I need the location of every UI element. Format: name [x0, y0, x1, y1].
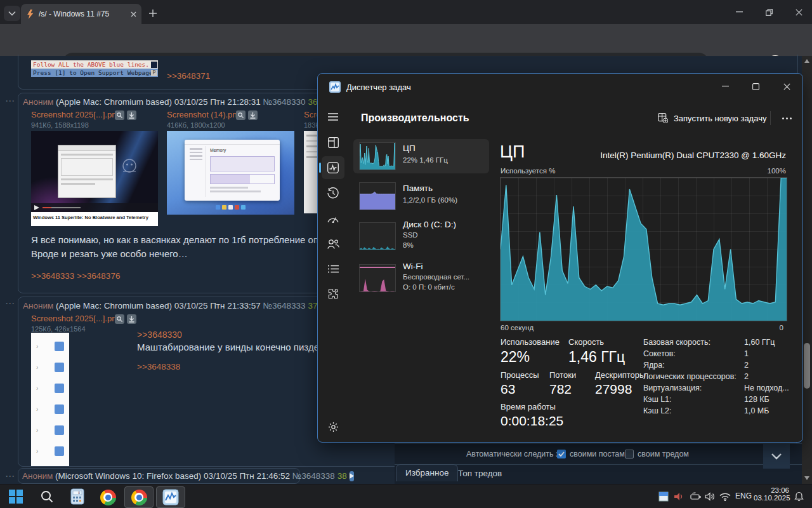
tray-volume-icon[interactable] [703, 490, 717, 503]
stat-label: Скорость [568, 337, 604, 347]
reply-link[interactable]: >>3648338 [137, 362, 180, 371]
post-author: Аноним [22, 471, 53, 481]
post-replies[interactable]: >>3648333 >>3648376 [31, 271, 120, 281]
scroll-up-arrow[interactable] [804, 59, 809, 63]
expand-post-button[interactable] [350, 471, 354, 481]
download-icon [250, 112, 256, 119]
file-download-button[interactable] [248, 110, 258, 120]
stat-value-uptime: 0:00:18:25 [501, 413, 563, 429]
scroll-to-bottom-button[interactable] [763, 444, 790, 469]
post-datetime: 03/10/25 Птн 21:28:31 [174, 97, 261, 107]
tab-search-button[interactable] [4, 6, 20, 21]
checkbox-own-posts-label[interactable]: своими постами [570, 450, 629, 458]
file-download-button[interactable] [127, 110, 136, 120]
tm-nav-app-history[interactable] [324, 184, 342, 202]
tm-nav-menu-button[interactable] [324, 108, 342, 126]
post-menu-dots[interactable]: ⋯ [5, 298, 15, 309]
post-header: Аноним (Apple Mac: Chromium based) 03/10… [23, 97, 317, 107]
perf-item-memory[interactable]: Память 1,2/2,0 ГБ (60%) [353, 178, 489, 214]
tray-language[interactable]: ENG [735, 491, 752, 500]
tray-app-icon[interactable] [657, 490, 670, 503]
post-body-line: Маштабирование у винды конечно пизде [137, 342, 319, 352]
file-link[interactable]: Screenshot 2025[...].png [31, 110, 121, 119]
post-number[interactable]: №3648338 [292, 471, 335, 481]
tray-battery-icon[interactable] [688, 490, 702, 503]
tm-nav-processes[interactable] [324, 133, 342, 151]
post-body-line: Я всё понимаю, но как в васянках делают … [31, 234, 318, 245]
attachment-thumbnail[interactable]: › › › › › › [31, 333, 69, 466]
run-new-task-button[interactable]: Запустить новую задачу [658, 110, 766, 126]
file-link[interactable]: Screenshot (14).png [167, 110, 242, 119]
post-ordinal[interactable]: 38 [337, 471, 347, 481]
cpu-mini-chart [359, 142, 396, 170]
post-ordinal[interactable]: 36 [308, 97, 317, 107]
tray-clock[interactable]: 23:06 03.10.2025 [754, 486, 789, 507]
taskbar-chrome-button[interactable] [99, 488, 117, 506]
post-menu-dots[interactable]: ⋯ [5, 471, 15, 482]
tm-nav-services[interactable] [324, 285, 342, 303]
window-maximize-button[interactable] [756, 0, 782, 24]
post-menu-dots[interactable]: ⋯ [5, 95, 15, 107]
memory-mini-chart [359, 182, 396, 210]
scrollbar-thumb[interactable] [804, 343, 810, 389]
file-download-button[interactable] [127, 314, 136, 324]
tray-wifi-icon[interactable] [718, 490, 732, 503]
file-search-button[interactable] [115, 314, 124, 324]
tm-close-button[interactable] [772, 74, 801, 99]
checkbox-own-posts[interactable] [557, 450, 566, 458]
post-number[interactable]: №3648333 [263, 301, 306, 311]
post-ordinal[interactable]: 37 [308, 301, 317, 311]
post-number[interactable]: №3648330 [263, 97, 306, 107]
stat-label: Кэш L1: [643, 395, 672, 404]
scroll-down-arrow[interactable] [804, 476, 809, 480]
scrollbar[interactable] [802, 56, 812, 484]
window-close-button[interactable] [785, 0, 812, 24]
tm-maximize-button[interactable] [742, 74, 769, 99]
chevron-down-icon [8, 11, 16, 16]
file-link[interactable]: Screenshot 2025[...].png [31, 314, 121, 323]
notification-bell-button[interactable] [792, 490, 806, 504]
tm-minimize-button[interactable] [711, 74, 739, 99]
perf-item-disk[interactable]: Диск 0 (C: D:) SSD 8% [353, 218, 489, 255]
checkbox-own-thread-label[interactable]: своим тредом [638, 450, 689, 458]
attachment-thumbnail[interactable]: Windows 11 Superlite: No Bloatware and T… [31, 131, 158, 226]
check-icon [558, 451, 565, 457]
tm-more-options-button[interactable] [776, 111, 797, 125]
tab-close-icon[interactable] [131, 11, 136, 17]
bell-icon [794, 491, 804, 502]
file-search-button[interactable] [236, 110, 246, 120]
reply-link[interactable]: >>3648371 [167, 71, 210, 81]
start-button[interactable] [8, 489, 24, 504]
browser-tab-active[interactable]: /s/ - Windows 11 #75 [21, 4, 141, 24]
file-search-button[interactable] [115, 110, 124, 120]
tray-volume-mixer-icon[interactable] [672, 490, 685, 503]
taskbar-chrome-active-button[interactable] [124, 486, 154, 508]
stat-label: Ядра: [643, 361, 665, 370]
taskbar-search-button[interactable] [38, 488, 56, 505]
checkbox-own-thread[interactable] [625, 450, 634, 458]
mini-mem-bar [210, 174, 275, 184]
perf-item-cpu-selected[interactable]: ЦП 22% 1,46 ГГц [353, 139, 489, 173]
new-tab-button[interactable] [145, 6, 160, 21]
tab-favorites[interactable]: Избранное [396, 464, 458, 481]
perf-item-wifi[interactable]: Wi-Fi Беспроводная сет... О: 0 П: 0 кбит… [353, 260, 489, 297]
tm-nav-startup-apps[interactable] [324, 210, 342, 227]
perf-item-name: ЦП [403, 144, 416, 153]
stat-value: 1,0 МБ [744, 406, 769, 415]
post-author: Аноним [23, 97, 53, 107]
tm-nav-performance-selected[interactable] [322, 156, 344, 179]
taskbar-taskmgr-active-button[interactable] [156, 486, 185, 508]
tm-nav-details[interactable] [324, 260, 342, 277]
tm-settings-button[interactable] [324, 418, 342, 436]
taskbar-calculator-button[interactable]: 0 [69, 488, 86, 505]
quote-link[interactable]: >>3648330 [137, 330, 182, 340]
perf-item-name: Wi-Fi [403, 262, 422, 271]
window-minimize-button[interactable] [726, 0, 752, 24]
window-title: Диспетчер задач [346, 83, 411, 92]
red-speaker-icon [674, 491, 684, 502]
tm-nav-users[interactable] [324, 235, 342, 253]
tab-top-threads[interactable]: Топ тредов [452, 467, 508, 481]
stat-value: 1 [744, 349, 749, 358]
attachment-thumbnail[interactable]: Memory [167, 131, 294, 215]
post-3648338: Аноним (Microsoft Windows 10: Firefox ba… [18, 468, 300, 484]
